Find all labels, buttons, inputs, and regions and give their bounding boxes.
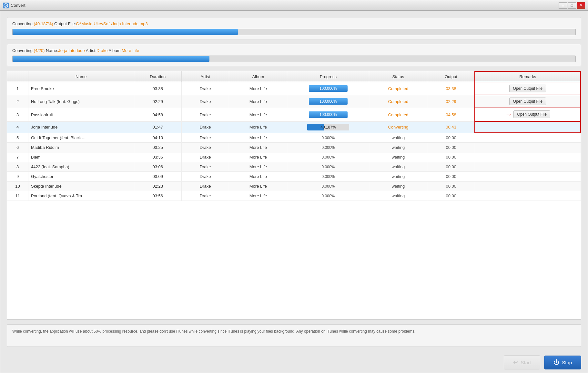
- titlebar: Convert – □ ✕: [0, 0, 588, 11]
- row-num: 10: [7, 181, 28, 191]
- row-duration: 03:56: [134, 191, 181, 201]
- row-artist: Drake: [181, 133, 229, 142]
- row-album: More Life: [229, 191, 287, 201]
- row-num: 4: [7, 121, 28, 133]
- table-row: 4Jorja Interlude01:47DrakeMore Life40.18…: [7, 121, 581, 133]
- open-output-file-button[interactable]: Open Output File: [513, 110, 550, 118]
- bottom-bar: ↩ Start ⏻ Stop: [0, 352, 588, 373]
- main-window: Convert – □ ✕ Converting:(40.187%) Outpu…: [0, 0, 588, 373]
- row-num: 1: [7, 82, 28, 95]
- track-artist: Drake: [96, 48, 108, 53]
- row-duration: 01:47: [134, 121, 181, 133]
- col-duration: Duration: [134, 71, 181, 82]
- stop-label: Stop: [562, 360, 572, 365]
- track-progress-bar: [12, 56, 576, 62]
- track-converting-label: Converting:: [12, 48, 34, 53]
- row-artist: Drake: [181, 95, 229, 108]
- row-artist: Drake: [181, 191, 229, 201]
- table-row: 11Portland (feat. Quavo & Tra...03:56Dra…: [7, 191, 581, 201]
- start-label: Start: [521, 360, 531, 365]
- open-output-file-button[interactable]: Open Output File: [509, 98, 546, 105]
- row-output: 00:00: [427, 181, 475, 191]
- close-button[interactable]: ✕: [577, 2, 585, 9]
- table-row: 2No Long Talk (feat. Giggs)02:29DrakeMor…: [7, 95, 581, 108]
- file-status-section: Converting:(40.187%) Output File:C:\Musi…: [7, 17, 581, 39]
- svg-point-0: [4, 4, 8, 7]
- row-artist: Drake: [181, 152, 229, 162]
- row-num: 6: [7, 142, 28, 152]
- row-album: More Life: [229, 181, 287, 191]
- row-remarks: [475, 152, 581, 162]
- col-progress: Progress: [287, 71, 369, 82]
- table-body: 1Free Smoke03:38DrakeMore Life100.000%Co…: [7, 82, 581, 201]
- track-album: More Life: [122, 48, 139, 53]
- info-section: While converting, the application will u…: [7, 324, 581, 347]
- table-row: 3Passionfruit04:58DrakeMore Life100.000%…: [7, 108, 581, 121]
- row-output: 00:00: [427, 133, 475, 142]
- col-album: Album: [229, 71, 287, 82]
- row-output: 04:58: [427, 108, 475, 121]
- output-path: C:\Music-UkeySoft\Jorja Interlude.mp3: [76, 21, 148, 26]
- row-num: 5: [7, 133, 28, 142]
- row-output: 00:00: [427, 162, 475, 171]
- table-row: 5Get It Together (feat. Black ...04:10Dr…: [7, 133, 581, 142]
- row-remarks: [475, 121, 581, 133]
- row-progress: 100.000%: [287, 108, 369, 121]
- table-row: 84422 (feat. Sampha)03:06DrakeMore Life0…: [7, 162, 581, 171]
- stop-button[interactable]: ⏻ Stop: [544, 356, 581, 369]
- window-title: Convert: [11, 3, 559, 8]
- table-row: 6Madiba Riddim03:25DrakeMore Life0.000%w…: [7, 142, 581, 152]
- row-artist: Drake: [181, 181, 229, 191]
- row-name: 4422 (feat. Sampha): [28, 162, 134, 171]
- row-name: Passionfruit: [28, 108, 134, 121]
- table-row: 9Gyalchester03:09DrakeMore Life0.000%wai…: [7, 171, 581, 181]
- row-progress: 100.000%: [287, 82, 369, 95]
- file-progress-fill: [13, 29, 238, 35]
- row-num: 3: [7, 108, 28, 121]
- row-progress: 0.000%: [287, 142, 369, 152]
- row-album: More Life: [229, 82, 287, 95]
- row-artist: Drake: [181, 162, 229, 171]
- row-duration: 03:06: [134, 162, 181, 171]
- col-name: Name: [28, 71, 134, 82]
- minimize-button[interactable]: –: [559, 2, 567, 9]
- row-remarks: [475, 142, 581, 152]
- row-progress: 0.000%: [287, 162, 369, 171]
- row-album: More Life: [229, 171, 287, 181]
- row-album: More Life: [229, 95, 287, 108]
- row-duration: 03:38: [134, 82, 181, 95]
- track-album-label: Album:: [108, 48, 122, 53]
- row-name: Jorja Interlude: [28, 121, 134, 133]
- converting-label: Converting:: [12, 21, 34, 26]
- row-progress: 0.000%: [287, 133, 369, 142]
- output-label: Output File:: [53, 21, 76, 26]
- row-album: More Life: [229, 121, 287, 133]
- row-status: waiting: [369, 181, 427, 191]
- row-status: Completed: [369, 82, 427, 95]
- maximize-button[interactable]: □: [568, 2, 576, 9]
- row-duration: 04:58: [134, 108, 181, 121]
- track-table: Name Duration Artist Album Progress Stat…: [7, 71, 581, 201]
- table-row: 1Free Smoke03:38DrakeMore Life100.000%Co…: [7, 82, 581, 95]
- row-num: 8: [7, 162, 28, 171]
- row-status: waiting: [369, 171, 427, 181]
- row-status: waiting: [369, 191, 427, 201]
- row-output: 00:00: [427, 142, 475, 152]
- row-status: Completed: [369, 95, 427, 108]
- row-artist: Drake: [181, 121, 229, 133]
- row-album: More Life: [229, 162, 287, 171]
- open-output-file-button[interactable]: Open Output File: [509, 85, 546, 92]
- row-output: 00:00: [427, 191, 475, 201]
- row-remarks: Open Output File: [475, 82, 581, 95]
- row-artist: Drake: [181, 82, 229, 95]
- track-artist-label: Artist:: [85, 48, 96, 53]
- row-num: 7: [7, 152, 28, 162]
- stop-icon: ⏻: [553, 359, 559, 366]
- row-progress: 0.000%: [287, 191, 369, 201]
- col-remarks: Remarks: [475, 71, 581, 82]
- start-button[interactable]: ↩ Start: [504, 355, 540, 369]
- row-duration: 02:29: [134, 95, 181, 108]
- info-text: While converting, the application will u…: [12, 329, 415, 334]
- table-wrapper[interactable]: Name Duration Artist Album Progress Stat…: [7, 71, 581, 319]
- row-name: Free Smoke: [28, 82, 134, 95]
